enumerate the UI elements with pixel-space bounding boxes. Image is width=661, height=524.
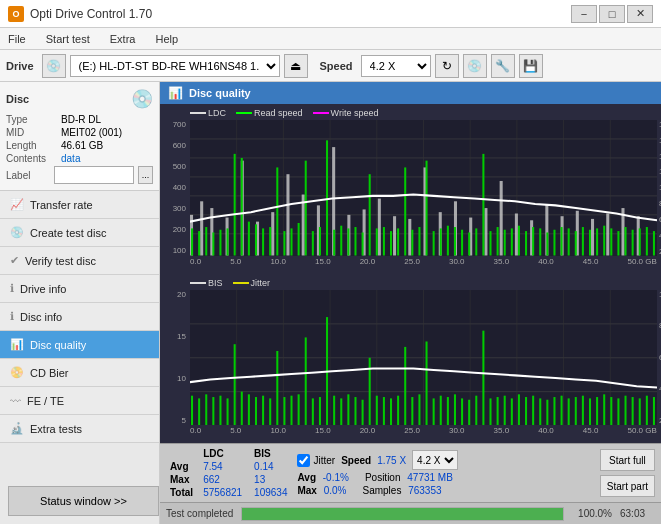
disc-label-input[interactable] (54, 166, 134, 184)
app-icon: O (8, 6, 24, 22)
total-ldc-value: 5756821 (197, 486, 248, 499)
svg-rect-98 (561, 227, 563, 255)
svg-rect-16 (200, 201, 203, 255)
max-jitter-value: 0.0% (324, 485, 347, 496)
menu-extra[interactable]: Extra (106, 31, 140, 47)
avg-label: Avg (166, 460, 197, 473)
svg-rect-129 (227, 398, 229, 425)
svg-rect-48 (205, 227, 207, 255)
jitter-checkbox[interactable] (297, 454, 310, 467)
svg-rect-43 (606, 213, 609, 255)
sidebar-item-extra-tests[interactable]: 🔬 Extra tests (0, 415, 159, 443)
main-layout: Disc 💿 Type BD-R DL MID MEIT02 (001) Len… (0, 82, 661, 524)
sidebar-item-fe-te[interactable]: 〰 FE / TE (0, 387, 159, 415)
sidebar: Disc 💿 Type BD-R DL MID MEIT02 (001) Len… (0, 82, 160, 524)
svg-rect-70 (362, 232, 364, 255)
svg-rect-63 (312, 231, 314, 255)
svg-rect-124 (191, 395, 193, 425)
menu-help[interactable]: Help (151, 31, 182, 47)
disc-label-button[interactable]: ... (138, 166, 153, 184)
disc-quality-header-title: Disc quality (189, 87, 251, 99)
disc-length-label: Length (6, 140, 61, 151)
total-row: Total 5756821 109634 (166, 486, 293, 499)
sidebar-item-cd-bier[interactable]: 📀 CD Bier (0, 359, 159, 387)
save-icon[interactable]: 💾 (519, 54, 543, 78)
speed-dropdown[interactable]: 4.2 X (412, 450, 458, 470)
svg-rect-188 (646, 395, 648, 425)
svg-rect-29 (393, 216, 396, 255)
disc-quality-header-icon: 📊 (168, 86, 183, 100)
sidebar-item-transfer-rate[interactable]: 📈 Transfer rate (0, 191, 159, 219)
minimize-button[interactable]: − (571, 5, 597, 23)
svg-rect-80 (433, 231, 435, 255)
svg-rect-77 (411, 230, 413, 256)
sidebar-item-verify-test-disc[interactable]: ✔ Verify test disc (0, 247, 159, 275)
speed-select[interactable]: 4.2 X (361, 55, 431, 77)
max-jitter-col: Max 0.0% (297, 485, 346, 496)
tools-icon[interactable]: 🔧 (491, 54, 515, 78)
jitter-legend-label: Jitter (251, 278, 271, 288)
svg-rect-81 (440, 228, 442, 255)
svg-rect-166 (489, 398, 491, 425)
disc-icon[interactable]: 💿 (463, 54, 487, 78)
svg-rect-160 (447, 397, 449, 425)
svg-rect-47 (198, 231, 200, 255)
svg-rect-97 (553, 230, 555, 256)
svg-rect-105 (610, 228, 612, 255)
stats-table: LDC BIS Avg 7.54 0.14 Max 662 13 Total 5… (166, 447, 293, 499)
readspeed-legend: Read speed (236, 108, 303, 118)
svg-rect-177 (568, 398, 570, 425)
svg-rect-141 (312, 398, 314, 425)
maximize-button[interactable]: □ (599, 5, 625, 23)
start-part-button[interactable]: Start part (600, 475, 655, 497)
svg-rect-183 (610, 397, 612, 425)
svg-rect-76 (404, 167, 406, 255)
chart1-inner: 18X 16X 14X 12X 10X 8X 6X 4X 2X (190, 120, 657, 256)
sidebar-item-drive-info[interactable]: ℹ Drive info (0, 275, 159, 303)
svg-rect-95 (539, 228, 541, 255)
eject-icon[interactable]: ⏏ (284, 54, 308, 78)
cd-bier-icon: 📀 (10, 366, 24, 379)
svg-rect-58 (276, 167, 278, 255)
close-button[interactable]: ✕ (627, 5, 653, 23)
disc-header: Disc 💿 (6, 88, 153, 110)
cd-bier-label: CD Bier (30, 367, 69, 379)
sidebar-item-disc-quality[interactable]: 📊 Disc quality (0, 331, 159, 359)
svg-rect-74 (390, 231, 392, 255)
svg-rect-126 (205, 394, 207, 425)
drive-select[interactable]: (E:) HL-DT-ST BD-RE WH16NS48 1.D3 (70, 55, 280, 77)
svg-rect-109 (639, 228, 641, 255)
svg-rect-134 (262, 395, 264, 425)
drive-info-icon: ℹ (10, 282, 14, 295)
svg-rect-59 (283, 231, 285, 255)
svg-rect-176 (561, 395, 563, 425)
svg-rect-87 (482, 154, 484, 256)
status-window-button[interactable]: Status window >> (8, 486, 159, 516)
disc-mid-label: MID (6, 127, 61, 138)
verify-test-label: Verify test disc (25, 255, 96, 267)
start-full-button[interactable]: Start full (600, 449, 655, 471)
sidebar-item-disc-info[interactable]: ℹ Disc info (0, 303, 159, 331)
titlebar-controls: − □ ✕ (571, 5, 653, 23)
jitter-speed-group: Jitter Speed 1.75 X 4.2 X Avg -0.1% Posi… (297, 450, 591, 496)
svg-rect-181 (596, 397, 598, 425)
position-label: Position (365, 472, 401, 483)
chart1-legend: LDC Read speed Write speed (190, 108, 657, 118)
bis-legend-label: BIS (208, 278, 223, 288)
svg-rect-99 (568, 228, 570, 255)
svg-rect-158 (433, 398, 435, 425)
sidebar-item-create-test-disc[interactable]: 💿 Create test disc (0, 219, 159, 247)
svg-rect-71 (369, 174, 371, 255)
ldc-legend: LDC (190, 108, 226, 118)
jitter-checkbox-label[interactable]: Jitter (297, 454, 335, 467)
menu-file[interactable]: File (4, 31, 30, 47)
svg-rect-84 (461, 230, 463, 256)
svg-rect-86 (475, 228, 477, 255)
create-test-icon: 💿 (10, 226, 24, 239)
svg-rect-156 (418, 394, 420, 425)
refresh-icon[interactable]: ↻ (435, 54, 459, 78)
speed-value: 1.75 X (377, 455, 406, 466)
menu-start-test[interactable]: Start test (42, 31, 94, 47)
disc-mid-value: MEIT02 (001) (61, 127, 122, 138)
svg-rect-75 (397, 228, 399, 255)
